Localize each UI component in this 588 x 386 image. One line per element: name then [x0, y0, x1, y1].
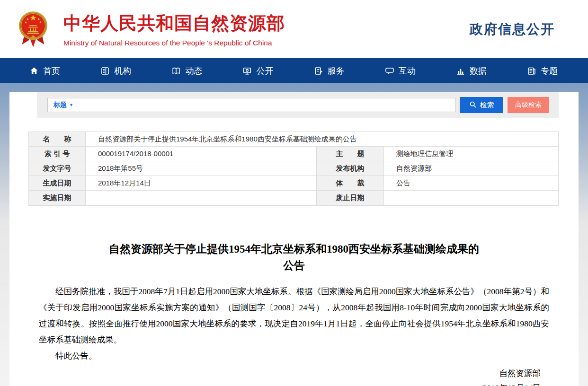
search-button[interactable]: 检索 [460, 97, 503, 113]
meta-label-repeal-date: 废止日期 [317, 191, 384, 205]
search-field-label: 标题 [53, 101, 67, 109]
meta-value-name: 自然资源部关于停止提供1954年北京坐标系和1980西安坐标系基础测绘成果的公告 [86, 132, 558, 147]
meta-value-doc-number: 2018年第55号 [86, 161, 317, 176]
content-panel: 标题 ▼ 检索 高级检索 名 称 自然资源部关于停止提供1954年北京坐标系和1… [9, 92, 579, 386]
nav-item-topics[interactable]: 专题 [527, 65, 558, 77]
nav-item-label: 公开 [256, 65, 273, 77]
service-edit-icon [314, 66, 323, 76]
document-meta-table: 名 称 自然资源部关于停止提供1954年北京坐标系和1980西安坐标系基础测绘成… [28, 132, 559, 206]
nav-item-disclosure[interactable]: 公开 [242, 65, 273, 77]
meta-value-index: 000019174/2018-00001 [86, 147, 317, 161]
announcement-closing: 特此公告。 [9, 348, 579, 364]
meta-label-doc-number: 发文字号 [29, 161, 86, 176]
nav-item-label: 互动 [399, 65, 416, 77]
nav-item-label: 服务 [328, 65, 345, 77]
disclosure-monitor-icon [242, 66, 252, 76]
advanced-search-label: 高级检索 [515, 101, 542, 109]
meta-value-issuer: 自然资源部 [384, 161, 558, 176]
nav-item-label: 首页 [43, 65, 60, 77]
signature-block: 自然资源部 2018年12月14日 [9, 366, 579, 386]
home-icon [29, 66, 39, 76]
nav-item-org[interactable]: 机构 [100, 65, 131, 77]
chevron-down-icon: ▼ [69, 103, 73, 107]
data-chart-icon [456, 66, 465, 76]
search-icon [469, 101, 477, 110]
meta-label-name: 名 称 [29, 132, 86, 147]
special-topics-icon [527, 66, 536, 76]
site-titles: 中华人民共和国自然资源部 Ministry of Natural Resourc… [63, 11, 285, 47]
organization-icon [100, 66, 110, 76]
site-header: 中华人民共和国自然资源部 Ministry of Natural Resourc… [0, 0, 588, 58]
search-button-label: 检索 [480, 101, 494, 110]
nav-item-label: 机构 [114, 65, 131, 77]
meta-label-effective-date: 实施日期 [29, 191, 86, 205]
page-title: 政府信息公开 [470, 20, 555, 38]
nav-item-data[interactable]: 数据 [456, 65, 487, 77]
china-national-emblem-icon [17, 8, 49, 52]
signature-org: 自然资源部 [9, 366, 541, 381]
brand: 中华人民共和国自然资源部 Ministry of Natural Resourc… [17, 7, 285, 52]
nav-item-services[interactable]: 服务 [314, 65, 345, 77]
nav-item-label: 专题 [541, 65, 558, 77]
news-book-icon [171, 66, 181, 76]
meta-value-repeal-date [384, 191, 558, 205]
announcement-paragraph: 经国务院批准，我国于2008年7月1日起启用2000国家大地坐标系。根据《国家测… [9, 283, 579, 348]
meta-label-issuer: 发布机构 [317, 161, 384, 176]
signature-date: 2018年12月14日 [9, 381, 541, 386]
meta-value-genre: 公告 [384, 176, 558, 191]
nav-item-news[interactable]: 动态 [171, 65, 202, 77]
meta-value-created-date: 2018年12月14日 [86, 176, 317, 191]
nav-item-interaction[interactable]: 互动 [385, 65, 416, 77]
search-field-dropdown[interactable]: 标题 ▼ [53, 101, 73, 109]
main-nav: 首页 机构 动态 公开 服务 互动 数据 专题 [0, 58, 588, 83]
meta-value-subject: 测绘地理信息管理 [384, 147, 558, 161]
announcement-document: 自然资源部关于停止提供1954年北京坐标系和1980西安坐标系基础测绘成果的公告… [9, 241, 579, 386]
nav-item-label: 动态 [185, 65, 202, 77]
nav-item-home[interactable]: 首页 [29, 65, 60, 77]
meta-label-subject: 主 题 [317, 147, 384, 161]
announcement-title: 自然资源部关于停止提供1954年北京坐标系和1980西安坐标系基础测绘成果的公告 [105, 241, 483, 274]
meta-value-effective-date [86, 191, 317, 205]
meta-label-index: 索 引 号 [29, 147, 86, 161]
interaction-chat-icon [385, 66, 394, 76]
meta-label-genre: 体 裁 [317, 176, 384, 191]
advanced-search-button[interactable]: 高级检索 [508, 97, 549, 113]
nav-item-label: 数据 [470, 65, 487, 77]
announcement-body: 经国务院批准，我国于2008年7月1日起启用2000国家大地坐标系。根据《国家测… [9, 283, 579, 364]
site-title: 中华人民共和国自然资源部 [63, 11, 285, 35]
search-input[interactable]: 标题 ▼ [47, 98, 456, 112]
page: { "header": { "title_cn": "中华人民共和国自然资源部"… [0, 0, 588, 386]
search-bar: 标题 ▼ 检索 高级检索 [37, 92, 559, 118]
site-subtitle: Ministry of Natural Resources of the Peo… [63, 39, 285, 47]
meta-label-created-date: 生成日期 [29, 176, 86, 191]
